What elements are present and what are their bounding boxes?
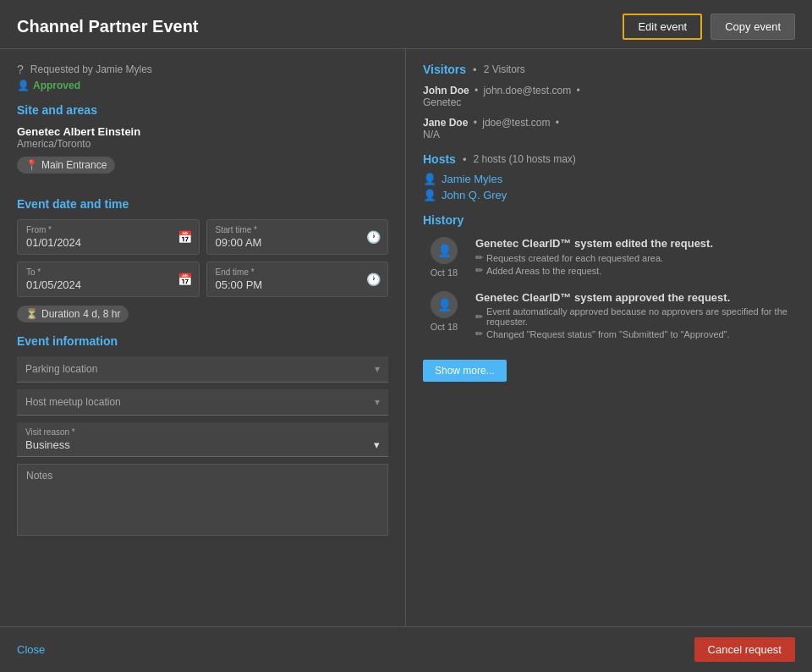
host-meetup-label: Host meetup location [25, 396, 121, 408]
pencil-icon-1: ✏ [475, 252, 483, 263]
parking-location-label: Parking location [25, 363, 97, 375]
clock-icon-2: 🕐 [366, 273, 381, 286]
visitor-row-2: Jane Doe • jdoe@test.com • N/A [423, 117, 795, 140]
status-text: Approved [33, 80, 80, 91]
requested-by-row: ? Requested by Jamie Myles [17, 63, 388, 76]
from-value: 01/01/2024 [26, 236, 190, 249]
copy-event-button[interactable]: Copy event [710, 14, 795, 40]
modal-header: Channel Partner Event Edit event Copy ev… [0, 0, 812, 49]
modal-container: Channel Partner Event Edit event Copy ev… [0, 0, 812, 672]
duration-value: 4 d, 8 hr [83, 308, 120, 320]
area-badge: 📍 Main Entrance [17, 157, 115, 174]
hosts-dot: • [463, 153, 467, 166]
hosts-title: Hosts [423, 152, 456, 166]
visitors-dot: • [473, 63, 477, 76]
host-2-name[interactable]: John Q. Grey [442, 189, 507, 201]
from-label: From * [26, 225, 190, 234]
edit-event-button[interactable]: Edit event [623, 14, 702, 40]
host-1-icon: 👤 [423, 173, 436, 185]
start-time-label: Start time * [216, 225, 380, 234]
from-field: From * 01/01/2024 📅 [17, 219, 200, 255]
history-avatar-2: 👤 [431, 291, 458, 318]
history-content-2: Genetec ClearID™ system approved the req… [475, 291, 795, 341]
host-meetup-chevron-icon: ▾ [375, 396, 380, 408]
visitor-row-1: John Doe • john.doe@test.com • Genetec [423, 85, 795, 108]
history-content-1: Genetec ClearID™ system edited the reque… [475, 237, 795, 278]
hosts-meta: 2 hosts (10 hosts max) [473, 153, 575, 165]
history-avatar-1: 👤 [431, 237, 458, 264]
datetime-section-title: Event date and time [17, 197, 388, 211]
start-time-field: Start time * 09:00 AM 🕐 [206, 219, 389, 255]
clock-icon: 🕐 [366, 230, 381, 244]
calendar-icon: 📅 [178, 230, 192, 244]
visitor-2-name: Jane Doe [423, 117, 468, 129]
visitor-1-email: john.doe@test.com [484, 85, 572, 96]
to-label: To * [26, 267, 190, 277]
hosts-header: Hosts • 2 hosts (10 hosts max) [423, 152, 795, 166]
history-detail-1-2: ✏ Added Areas to the request. [475, 265, 795, 276]
close-button[interactable]: Close [17, 643, 45, 656]
history-detail-1-1: ✏ Requests created for each requested ar… [475, 252, 795, 263]
person-icon: 👤 [17, 80, 30, 91]
modal-title: Channel Partner Event [17, 17, 199, 36]
history-date-2: Oct 18 [431, 322, 458, 332]
host-row-1: 👤 Jamie Myles [423, 173, 795, 185]
pencil-icon-4: ✏ [475, 328, 483, 339]
host-row-2: 👤 John Q. Grey [423, 189, 795, 201]
date-grid: From * 01/01/2024 📅 Start time * 09:00 A… [17, 219, 388, 297]
visitor-1-org: Genetec [423, 96, 795, 108]
header-buttons: Edit event Copy event [623, 14, 795, 40]
history-item-2: 👤 Oct 18 Genetec ClearID™ system approve… [423, 291, 795, 341]
calendar-icon-2: 📅 [178, 273, 192, 286]
pencil-icon-3: ✏ [475, 311, 483, 322]
history-action-1: Genetec ClearID™ system edited the reque… [475, 237, 795, 250]
visit-reason-value: Business [25, 438, 70, 451]
left-panel: ? Requested by Jamie Myles 👤 Approved Si… [0, 49, 406, 626]
history-detail-2-2: ✏ Changed "Request status" from "Submitt… [475, 328, 795, 339]
history-detail-2-1: ✏ Event automatically approved because n… [475, 306, 795, 327]
end-time-label: End time * [216, 267, 380, 277]
pencil-icon-2: ✏ [475, 265, 483, 276]
site-section-title: Site and areas [17, 103, 388, 117]
duration-badge: ⏳ Duration 4 d, 8 hr [17, 306, 129, 322]
history-title: History [423, 213, 795, 227]
host-meetup-field[interactable]: Host meetup location ▾ [17, 389, 388, 416]
visit-reason-field[interactable]: Visit reason * Business ▾ [17, 422, 388, 457]
notes-input[interactable] [26, 485, 379, 527]
history-section: History 👤 Oct 18 Genetec ClearID™ system… [423, 213, 795, 382]
parking-location-field[interactable]: Parking location ▾ [17, 356, 388, 383]
to-value: 01/05/2024 [26, 278, 190, 291]
event-info-section-title: Event information [17, 334, 388, 348]
host-2-icon: 👤 [423, 189, 436, 201]
site-timezone: America/Toronto [17, 138, 388, 150]
history-item-1-meta: 👤 Oct 18 [423, 237, 465, 278]
requested-by-label: Requested by Jamie Myles [30, 63, 152, 75]
status-row: 👤 Approved [17, 80, 388, 91]
visitors-title: Visitors [423, 63, 466, 76]
parking-chevron-icon: ▾ [375, 363, 380, 375]
visitors-header: Visitors • 2 Visitors [423, 63, 795, 76]
show-more-button[interactable]: Show more... [423, 360, 507, 382]
right-panel: Visitors • 2 Visitors John Doe • john.do… [406, 49, 812, 626]
end-time-value: 05:00 PM [216, 278, 380, 291]
visit-reason-chevron-icon: ▾ [374, 438, 380, 451]
area-badge-label: Main Entrance [41, 159, 107, 171]
start-time-value: 09:00 AM [216, 236, 380, 249]
question-icon: ? [17, 63, 24, 76]
to-field: To * 01/05/2024 📅 [17, 262, 200, 297]
notes-container: Notes [17, 464, 388, 536]
visitors-count: 2 Visitors [484, 63, 525, 75]
history-date-1: Oct 18 [431, 267, 458, 278]
history-item-2-meta: 👤 Oct 18 [423, 291, 465, 341]
modal-footer: Close Cancel request [0, 626, 812, 672]
history-action-2: Genetec ClearID™ system approved the req… [475, 291, 795, 304]
duration-row: ⏳ Duration 4 d, 8 hr [17, 306, 388, 322]
visitor-2-org: N/A [423, 129, 795, 140]
visit-reason-label: Visit reason * [25, 427, 380, 437]
hourglass-icon: ⏳ [25, 308, 38, 320]
notes-label: Notes [26, 470, 379, 482]
pin-icon: 📍 [25, 159, 38, 171]
cancel-request-button[interactable]: Cancel request [694, 637, 795, 662]
host-1-name[interactable]: Jamie Myles [442, 173, 502, 185]
visitor-1-name: John Doe [423, 85, 469, 96]
